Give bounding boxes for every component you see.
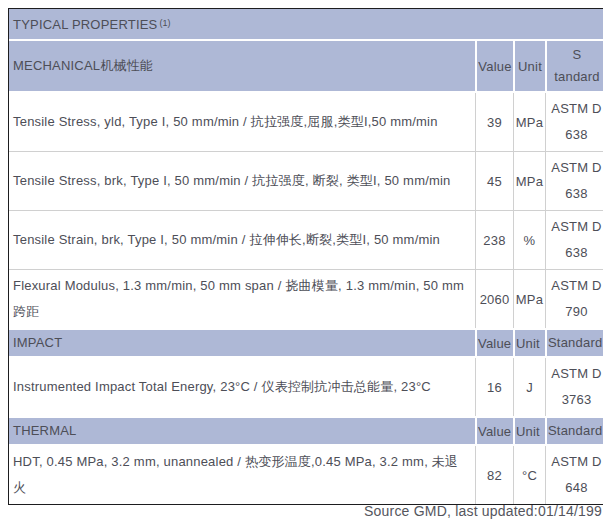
- value-cell: 39: [475, 93, 513, 151]
- column-header-standard: Standard: [545, 330, 603, 356]
- standard-cell: ASTM D 638: [545, 211, 603, 269]
- unit-cell: J: [513, 358, 545, 416]
- property-name-cell: Tensile Stress, yld, Type I, 50 mm/min /…: [9, 93, 475, 151]
- column-header-value: Value: [475, 41, 513, 91]
- column-header-unit: Unit: [513, 41, 545, 91]
- properties-table: TYPICAL PROPERTIES(1) MECHANICAL机械性能 Val…: [8, 8, 603, 505]
- property-name-cell: HDT, 0.45 MPa, 3.2 mm, unannealed / 热变形温…: [9, 446, 475, 504]
- table-section: THERMAL Value Unit Standard HDT, 0.45 MP…: [9, 416, 603, 504]
- property-row: Instrumented Impact Total Energy, 23°C /…: [9, 358, 603, 416]
- unit-cell: %: [513, 211, 545, 269]
- standard-cell: ASTM D 648: [545, 446, 603, 504]
- column-header-value: Value: [475, 330, 513, 356]
- column-header-standard: Standard: [545, 418, 603, 444]
- column-header-unit: Unit: [513, 418, 545, 444]
- value-cell: 238: [475, 211, 513, 269]
- table-title: TYPICAL PROPERTIES: [13, 17, 157, 32]
- screen: TYPICAL PROPERTIES(1) MECHANICAL机械性能 Val…: [0, 0, 603, 526]
- property-name-cell: Tensile Stress, brk, Type I, 50 mm/min /…: [9, 152, 475, 210]
- property-name-cell: Tensile Strain, brk, Type I, 50 mm/min /…: [9, 211, 475, 269]
- column-header-standard: S tandard: [545, 41, 603, 91]
- source-note: Source GMD, last updated:01/14/199: [0, 503, 602, 519]
- table-sections: MECHANICAL机械性能 Value Unit S tandard Tens…: [9, 41, 603, 504]
- table-title-row: TYPICAL PROPERTIES(1): [9, 9, 603, 41]
- property-name-cell: Flexural Modulus, 1.3 mm/min, 50 mm span…: [9, 270, 475, 328]
- unit-cell: MPa: [513, 270, 545, 328]
- section-label: THERMAL: [9, 418, 475, 444]
- section-header-row: IMPACT Value Unit Standard: [9, 328, 603, 358]
- property-row: Tensile Strain, brk, Type I, 50 mm/min /…: [9, 210, 603, 269]
- value-cell: 16: [475, 358, 513, 416]
- section-label: IMPACT: [9, 330, 475, 356]
- property-name-cell: Instrumented Impact Total Energy, 23°C /…: [9, 358, 475, 416]
- section-header-row: MECHANICAL机械性能 Value Unit S tandard: [9, 41, 603, 93]
- standard-cell: ASTM D 790: [545, 270, 603, 328]
- standard-cell: ASTM D 3763: [545, 358, 603, 416]
- value-cell: 45: [475, 152, 513, 210]
- value-cell: 2060: [475, 270, 513, 328]
- section-header-row: THERMAL Value Unit Standard: [9, 416, 603, 446]
- unit-cell: MPa: [513, 152, 545, 210]
- column-header-unit: Unit: [513, 330, 545, 356]
- property-row: Tensile Stress, yld, Type I, 50 mm/min /…: [9, 93, 603, 151]
- standard-cell: ASTM D 638: [545, 152, 603, 210]
- section-label: MECHANICAL机械性能: [9, 41, 475, 91]
- table-section: IMPACT Value Unit Standard Instrumented …: [9, 328, 603, 416]
- standard-cell: ASTM D 638: [545, 93, 603, 151]
- value-cell: 82: [475, 446, 513, 504]
- unit-cell: °C: [513, 446, 545, 504]
- property-row: Tensile Stress, brk, Type I, 50 mm/min /…: [9, 151, 603, 210]
- property-row: Flexural Modulus, 1.3 mm/min, 50 mm span…: [9, 269, 603, 328]
- unit-cell: MPa: [513, 93, 545, 151]
- title-superscript: (1): [159, 18, 170, 28]
- column-header-value: Value: [475, 418, 513, 444]
- property-row: HDT, 0.45 MPa, 3.2 mm, unannealed / 热变形温…: [9, 446, 603, 504]
- table-section: MECHANICAL机械性能 Value Unit S tandard Tens…: [9, 41, 603, 328]
